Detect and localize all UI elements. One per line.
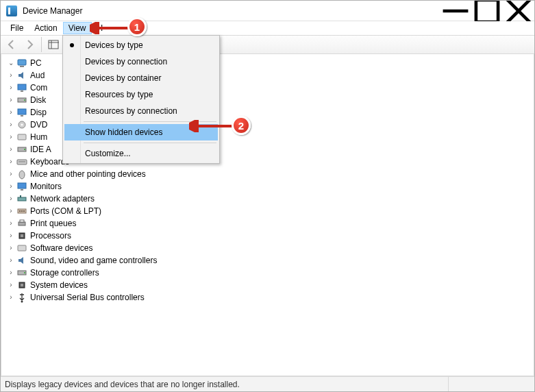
device-icon — [16, 206, 27, 217]
status-bar: Displays legacy devices and devices that… — [1, 376, 534, 391]
tree-node[interactable]: ›Mice and other pointing devices — [5, 168, 534, 180]
expand-icon[interactable]: › — [7, 195, 15, 203]
svg-point-30 — [19, 210, 21, 212]
tree-node-label: Sound, video and game controllers — [30, 255, 157, 266]
menu-devices-by-type[interactable]: Devices by type — [64, 37, 218, 53]
toolbar-separator — [41, 37, 42, 52]
device-icon — [16, 255, 27, 266]
svg-rect-4 — [49, 40, 58, 49]
svg-point-32 — [23, 210, 25, 212]
close-button[interactable] — [503, 1, 534, 21]
tree-node-label: Disk — [30, 95, 46, 106]
device-icon — [16, 82, 27, 93]
app-icon — [6, 5, 17, 16]
svg-rect-36 — [21, 234, 23, 237]
callout-one: 1 — [127, 17, 147, 36]
expand-icon[interactable]: › — [7, 121, 15, 129]
menu-resources-by-connection[interactable]: Resources by connection — [64, 103, 218, 119]
svg-point-24 — [19, 171, 25, 179]
device-icon — [16, 181, 27, 192]
tree-node[interactable]: ›Monitors — [5, 180, 534, 193]
svg-rect-37 — [18, 245, 26, 251]
expand-icon[interactable]: › — [7, 281, 15, 289]
expand-icon[interactable]: › — [7, 170, 15, 178]
tree-node-label: IDE A — [30, 144, 51, 155]
tree-node-label: Network adapters — [30, 193, 95, 204]
tree-node[interactable]: ›Sound, video and game controllers — [5, 254, 534, 267]
menu-view[interactable]: View — [63, 22, 92, 34]
expand-icon[interactable]: ⌄ — [7, 59, 15, 67]
menu-customize[interactable]: Customize... — [64, 145, 218, 162]
forward-button[interactable] — [21, 37, 38, 52]
tree-node-label: Print queues — [30, 218, 76, 229]
menu-help[interactable]: H — [92, 22, 109, 34]
tree-node-label: DVD — [30, 119, 47, 130]
tree-node[interactable]: ›System devices — [5, 279, 534, 291]
menu-file[interactable]: File — [5, 22, 29, 34]
tree-node-label: Universal Serial Bus controllers — [30, 292, 145, 303]
back-button[interactable] — [3, 37, 20, 52]
minimize-button[interactable] — [440, 1, 471, 21]
menu-action[interactable]: Action — [29, 22, 62, 34]
svg-point-18 — [21, 124, 23, 126]
tree-node[interactable]: ›Processors — [5, 230, 534, 242]
title-bar: Device Manager — [1, 1, 534, 21]
expand-icon[interactable]: › — [7, 133, 15, 141]
expand-icon[interactable]: › — [7, 145, 15, 154]
tree-node[interactable]: ›Print queues — [5, 217, 534, 230]
tree-node[interactable]: ›Software devices — [5, 242, 534, 254]
svg-rect-9 — [18, 60, 26, 65]
svg-rect-1 — [476, 0, 498, 22]
expand-icon[interactable]: › — [7, 182, 15, 191]
expand-icon[interactable]: › — [7, 84, 15, 92]
device-icon — [16, 169, 27, 180]
device-icon — [16, 119, 27, 130]
callout-two: 2 — [232, 116, 251, 135]
expand-icon[interactable]: › — [7, 244, 15, 252]
expand-icon[interactable]: › — [7, 207, 15, 215]
device-icon — [16, 132, 27, 143]
tree-node[interactable]: ›Storage controllers — [5, 267, 534, 279]
device-icon — [16, 280, 27, 291]
menu-devices-by-connection[interactable]: Devices by connection — [64, 53, 218, 70]
tree-node-label: Processors — [30, 230, 71, 241]
device-icon — [16, 70, 27, 81]
svg-rect-26 — [21, 189, 23, 191]
menu-show-hidden-devices[interactable]: Show hidden devices — [64, 124, 218, 140]
window-title: Device Manager — [23, 6, 82, 16]
svg-rect-34 — [20, 220, 24, 222]
expand-icon[interactable]: › — [7, 96, 15, 104]
device-icon — [16, 243, 27, 254]
expand-icon[interactable]: › — [7, 71, 15, 79]
svg-rect-10 — [20, 66, 24, 67]
tree-node-label: System devices — [30, 280, 88, 291]
maximize-button[interactable] — [471, 1, 503, 21]
show-hide-tree-button[interactable] — [45, 37, 62, 52]
expand-icon[interactable]: › — [7, 232, 15, 240]
tree-node[interactable]: ›Network adapters — [5, 193, 534, 205]
menu-resources-by-type[interactable]: Resources by type — [64, 86, 218, 103]
svg-point-42 — [21, 301, 23, 303]
svg-rect-15 — [18, 109, 26, 114]
device-icon — [16, 156, 27, 167]
expand-icon[interactable]: › — [7, 293, 15, 302]
svg-rect-11 — [18, 84, 26, 90]
expand-icon[interactable]: › — [7, 269, 15, 277]
device-icon — [16, 267, 27, 278]
svg-rect-12 — [21, 90, 23, 92]
expand-icon[interactable]: › — [7, 256, 15, 265]
tree-node-label: Mice and other pointing devices — [30, 169, 146, 180]
tree-node-label: Com — [30, 82, 47, 93]
device-icon — [16, 95, 27, 106]
expand-icon[interactable]: › — [7, 158, 15, 166]
expand-icon[interactable]: › — [7, 108, 15, 117]
device-icon — [16, 107, 27, 118]
tree-node[interactable]: ›Ports (COM & LPT) — [5, 205, 534, 217]
svg-rect-25 — [18, 183, 26, 188]
device-icon — [16, 144, 27, 155]
device-icon — [16, 218, 27, 229]
tree-node[interactable]: ›Universal Serial Bus controllers — [5, 291, 534, 304]
expand-icon[interactable]: › — [7, 219, 15, 228]
menu-devices-by-container[interactable]: Devices by container — [64, 70, 218, 86]
svg-rect-33 — [18, 222, 25, 225]
